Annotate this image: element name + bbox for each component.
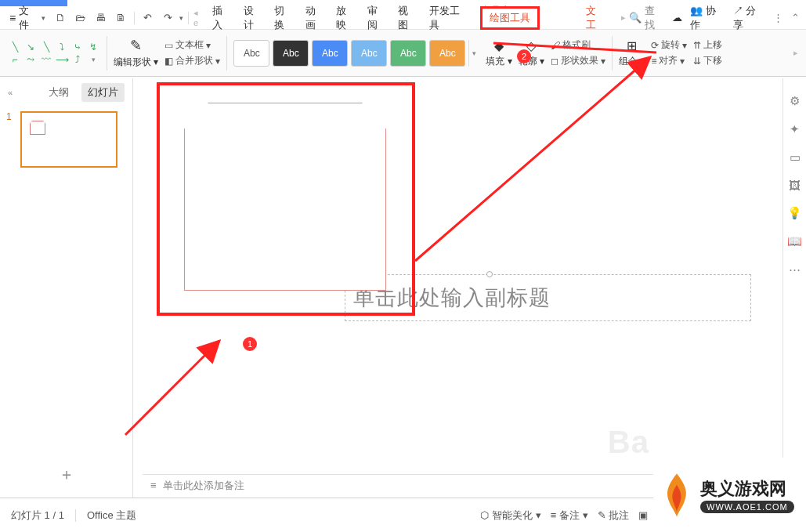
menu-view[interactable]: 视图 xyxy=(394,4,422,32)
menu-review[interactable]: 审阅 xyxy=(363,4,392,32)
menu-transition[interactable]: 切换 xyxy=(270,4,298,32)
shape-styles-gallery: Abc Abc Abc Abc Abc Abc ▾ xyxy=(233,40,479,67)
share-button[interactable]: ↗ 分享 xyxy=(733,4,765,32)
collab-button[interactable]: 👥 协作 xyxy=(690,4,725,32)
tab-slides[interactable]: 幻灯片 xyxy=(81,83,125,102)
scroll-right-icon[interactable]: ▸ xyxy=(621,13,626,23)
right-rail: ⚙ ✦ ▭ 🖼 💡 📖 ⋯ xyxy=(783,78,806,498)
notes-grip-icon[interactable]: ≡ xyxy=(150,480,157,491)
sparkle-icon[interactable]: ✦ xyxy=(790,122,800,136)
style-black[interactable]: Abc xyxy=(273,40,309,67)
style-green[interactable]: Abc xyxy=(390,40,426,67)
save-icon[interactable]: 🗋 xyxy=(52,9,69,27)
collapse-ribbon-icon[interactable]: ⌃ xyxy=(791,12,800,24)
edit-shape-group[interactable]: ✎ 编辑形状 ▾ xyxy=(114,33,158,73)
print-icon[interactable]: 🖶 xyxy=(92,9,110,27)
menu-design[interactable]: 设计 xyxy=(240,4,268,32)
hamburger-icon: ≡ xyxy=(9,12,16,24)
preview-icon[interactable]: 🗎 xyxy=(112,9,129,27)
cloud-icon[interactable]: ☁ xyxy=(672,12,682,24)
annotation-badge-2: 2 xyxy=(517,49,531,63)
search-label: 查找 xyxy=(645,4,664,32)
styles-more-icon[interactable]: ▾ xyxy=(468,40,479,67)
slide-canvas[interactable]: 单击此处输入副标题 1 Ba xyxy=(133,78,806,498)
scroll-left-icon[interactable]: ◂ e xyxy=(193,8,205,27)
open-icon[interactable]: 🗁 xyxy=(72,9,89,27)
menu-drawing-tools[interactable]: 绘图工具 xyxy=(486,11,534,25)
shape-effect-button[interactable]: ◻形状效果 ▾ xyxy=(551,54,605,67)
format-painter-button[interactable]: 🖌格式刷 xyxy=(551,38,605,52)
idea-icon[interactable]: 💡 xyxy=(787,206,802,220)
site-watermark: 奥义游戏网 WWW.AOE1.COM xyxy=(653,458,806,532)
layout-icon[interactable]: ▭ xyxy=(790,150,801,165)
search-box[interactable]: 🔍 查找 xyxy=(629,4,664,32)
mini-shape-icon xyxy=(30,121,45,135)
menu-insert[interactable]: 插入 xyxy=(208,4,237,32)
style-blue[interactable]: Abc xyxy=(312,40,348,67)
svg-line-1 xyxy=(415,57,650,261)
file-menu[interactable]: ≡ 文件 ▾ xyxy=(6,4,49,32)
image-icon[interactable]: 🖼 xyxy=(789,179,801,192)
notes-placeholder: 单击此处添加备注 xyxy=(163,479,244,493)
ribbon-scroll-right-icon[interactable]: ▸ xyxy=(793,48,798,58)
style-lightblue[interactable]: Abc xyxy=(351,40,387,67)
ribbon: ╲↘╲⤵⤷↯ ⌐⤳〰⟶⤴▾ ✎ 编辑形状 ▾ ▭文本框 ▾ ◧合并形状 ▾ Ab… xyxy=(0,30,806,77)
menu-text-tools[interactable]: 文 工 xyxy=(582,4,618,32)
caret-icon[interactable]: ▾ xyxy=(179,14,183,22)
style-orange[interactable]: Abc xyxy=(429,40,465,67)
beautify-button[interactable]: ⬡ 智能美化 ▾ xyxy=(480,508,540,523)
search-icon: 🔍 xyxy=(629,12,642,24)
slide-thumb-1[interactable]: 1 xyxy=(0,107,132,172)
move-up-button[interactable]: ⇈上移 xyxy=(693,38,722,52)
thumbnail-panel: « 大纲 幻灯片 1 ＋ xyxy=(0,78,133,498)
lines-gallery[interactable]: ╲↘╲⤵⤷↯ ⌐⤳〰⟶⤴▾ xyxy=(8,33,100,73)
thumb-number: 1 xyxy=(6,111,16,168)
style-white[interactable]: Abc xyxy=(233,40,269,67)
rotate-button[interactable]: ⟳旋转 ▾ xyxy=(651,38,687,52)
teach-icon[interactable]: 📖 xyxy=(787,234,802,248)
menu-animation[interactable]: 动画 xyxy=(302,4,330,32)
textbox-button[interactable]: ▭文本框 ▾ xyxy=(164,38,220,52)
menu-devtools[interactable]: 开发工具 xyxy=(425,4,473,32)
collapse-panel-icon[interactable]: « xyxy=(8,88,13,97)
svg-line-2 xyxy=(125,341,219,435)
undo-icon[interactable]: ↶ xyxy=(139,9,157,27)
group-button[interactable]: ⊞组合 ▾ xyxy=(619,33,645,73)
watermark-text: 奥义游戏网 xyxy=(700,477,794,501)
watermark-url: WWW.AOE1.COM xyxy=(700,501,794,513)
view-normal-icon[interactable]: ▣ xyxy=(638,509,648,521)
inserted-shape[interactable] xyxy=(184,103,386,291)
rotate-handle-icon[interactable] xyxy=(486,271,493,277)
menu-slideshow[interactable]: 放映 xyxy=(332,4,360,32)
file-label: 文件 xyxy=(19,4,38,32)
caret-down-icon: ▾ xyxy=(42,14,45,22)
comment-button[interactable]: ✎ 批注 xyxy=(598,508,630,523)
fill-button[interactable]: ◆填充 ▾ xyxy=(486,33,511,73)
redo-icon[interactable]: ↷ xyxy=(159,9,176,27)
annotation-badge-1: 1 xyxy=(243,337,257,351)
theme-label[interactable]: Office 主题 xyxy=(87,508,136,523)
add-slide-button[interactable]: ＋ xyxy=(0,451,132,498)
drawing-tools-highlight: 绘图工具 xyxy=(480,6,540,30)
notes-button[interactable]: ≡ 备注 ▾ xyxy=(551,508,588,523)
slide-counter[interactable]: 幻灯片 1 / 1 xyxy=(11,508,64,523)
settings-icon[interactable]: ⚙ xyxy=(790,94,800,108)
merge-shape-button[interactable]: ◧合并形状 ▾ xyxy=(164,54,220,67)
move-down-button[interactable]: ⇊下移 xyxy=(693,54,722,67)
menu-bar: ≡ 文件 ▾ 🗋 🗁 🖶 🗎 ↶ ↷ ▾ ◂ e 插入 设计 切换 动画 放映 … xyxy=(0,6,806,30)
more-icon[interactable]: ⋮ xyxy=(773,12,783,24)
flame-logo-icon xyxy=(658,472,696,519)
tab-outline[interactable]: 大纲 xyxy=(42,83,75,102)
align-button[interactable]: ≡对齐 ▾ xyxy=(651,54,687,67)
rail-more-icon[interactable]: ⋯ xyxy=(789,262,801,277)
